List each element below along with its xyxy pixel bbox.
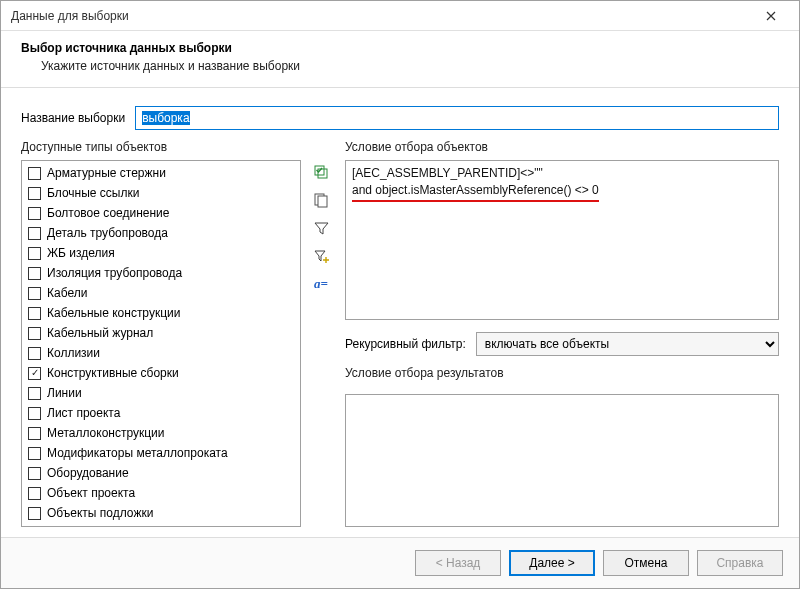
copy-icon (314, 193, 329, 208)
list-item-label: Блочные ссылки (47, 186, 139, 200)
list-item[interactable]: Кабельный журнал (24, 323, 298, 343)
types-listbox[interactable]: Арматурные стержниБлочные ссылкиБолтовое… (21, 160, 301, 527)
checkbox-icon[interactable] (28, 227, 41, 240)
main-grid: Доступные типы объектов Арматурные стерж… (21, 140, 779, 527)
help-button[interactable]: Справка (697, 550, 783, 576)
checkbox-icon[interactable] (28, 407, 41, 420)
list-item[interactable]: ЖБ изделия (24, 243, 298, 263)
wizard-body: Название выборки Доступные типы объектов… (1, 88, 799, 537)
list-item[interactable]: Блочные ссылки (24, 183, 298, 203)
types-label: Доступные типы объектов (21, 140, 301, 154)
types-column: Доступные типы объектов Арматурные стерж… (21, 140, 301, 527)
checkbox-icon[interactable] (28, 427, 41, 440)
checkbox-icon[interactable] (28, 167, 41, 180)
filter-icon (314, 221, 329, 236)
list-item-label: Оборудование (47, 466, 129, 480)
checkbox-icon[interactable] (28, 187, 41, 200)
window-title: Данные для выборки (11, 9, 751, 23)
list-item-label: Кабельный журнал (47, 326, 153, 340)
list-item-label: Кабели (47, 286, 87, 300)
checkbox-icon[interactable] (28, 387, 41, 400)
name-input[interactable] (135, 106, 779, 130)
list-item[interactable]: Линии (24, 383, 298, 403)
condition-textarea[interactable]: [AEC_ASSEMBLY_PARENTID]<>"" and object.i… (345, 160, 779, 320)
check-all-icon (314, 165, 329, 180)
list-item-label: Коллизии (47, 346, 100, 360)
list-item[interactable]: Болтовое соединение (24, 203, 298, 223)
list-item-label: Лист проекта (47, 406, 120, 420)
checkbox-icon[interactable] (28, 507, 41, 520)
checkbox-icon[interactable] (28, 247, 41, 260)
list-item-label: Конструктивные сборки (47, 366, 179, 380)
formula-button[interactable]: a= (311, 274, 331, 294)
condition-line-1: [AEC_ASSEMBLY_PARENTID]<>"" (352, 165, 772, 182)
result-condition-label: Условие отбора результатов (345, 366, 779, 380)
wizard-header: Выбор источника данных выборки Укажите и… (1, 31, 799, 88)
types-list[interactable]: Арматурные стержниБлочные ссылкиБолтовое… (22, 161, 300, 526)
filter-plus-button[interactable] (311, 246, 331, 266)
list-item-label: ЖБ изделия (47, 246, 115, 260)
checkbox-icon[interactable] (28, 347, 41, 360)
checkbox-icon[interactable] (28, 307, 41, 320)
list-item[interactable]: Конструктивные сборки (24, 363, 298, 383)
next-button[interactable]: Далее > (509, 550, 595, 576)
titlebar: Данные для выборки (1, 1, 799, 31)
checkbox-icon[interactable] (28, 367, 41, 380)
list-item-label: Болтовое соединение (47, 206, 169, 220)
list-item[interactable]: Модификаторы металлопроката (24, 443, 298, 463)
checkbox-icon[interactable] (28, 287, 41, 300)
checkbox-icon[interactable] (28, 447, 41, 460)
filter-button[interactable] (311, 218, 331, 238)
list-item-label: Модификаторы металлопроката (47, 446, 228, 460)
condition-column: Условие отбора объектов [AEC_ASSEMBLY_PA… (345, 140, 779, 527)
name-row: Название выборки (21, 106, 779, 130)
wizard-footer: < Назад Далее > Отмена Справка (1, 537, 799, 588)
list-item-label: Металлоконструкции (47, 426, 165, 440)
recursive-filter-select[interactable]: включать все объекты (476, 332, 779, 356)
wizard-subtitle: Укажите источник данных и название выбор… (21, 59, 779, 73)
check-all-button[interactable] (311, 162, 331, 182)
list-item-label: Объекты подложки (47, 506, 153, 520)
condition-label: Условие отбора объектов (345, 140, 779, 154)
tool-column: a= (311, 140, 335, 527)
condition-line-2: and object.isMasterAssemblyReference() <… (352, 182, 599, 202)
filter-plus-icon (314, 249, 329, 264)
svg-rect-3 (318, 196, 327, 207)
list-item[interactable]: Металлоконструкции (24, 423, 298, 443)
list-item[interactable]: Коллизии (24, 343, 298, 363)
dialog-window: Данные для выборки Выбор источника данны… (0, 0, 800, 589)
list-item[interactable]: Лист проекта (24, 403, 298, 423)
list-item[interactable]: Оборудование (24, 463, 298, 483)
list-item-label: Арматурные стержни (47, 166, 166, 180)
result-condition-textarea[interactable] (345, 394, 779, 527)
list-item[interactable]: Кабельные конструкции (24, 303, 298, 323)
checkbox-icon[interactable] (28, 267, 41, 280)
recursive-filter-row: Рекурсивный фильтр: включать все объекты (345, 332, 779, 356)
list-item[interactable]: Арматурные стержни (24, 163, 298, 183)
back-button[interactable]: < Назад (415, 550, 501, 576)
name-label: Название выборки (21, 111, 125, 125)
cancel-button[interactable]: Отмена (603, 550, 689, 576)
list-item-label: Линии (47, 386, 82, 400)
list-item[interactable]: Объекты подложки (24, 503, 298, 523)
checkbox-icon[interactable] (28, 487, 41, 500)
close-button[interactable] (751, 2, 791, 30)
list-item[interactable]: Изоляция трубопровода (24, 263, 298, 283)
close-icon (766, 11, 776, 21)
checkbox-icon[interactable] (28, 467, 41, 480)
list-item[interactable]: Кабели (24, 283, 298, 303)
list-item-label: Кабельные конструкции (47, 306, 180, 320)
checkbox-icon[interactable] (28, 327, 41, 340)
wizard-title: Выбор источника данных выборки (21, 41, 779, 55)
list-item[interactable]: Объект проекта (24, 483, 298, 503)
formula-icon: a= (314, 276, 328, 292)
list-item-label: Деталь трубопровода (47, 226, 168, 240)
copy-button[interactable] (311, 190, 331, 210)
checkbox-icon[interactable] (28, 207, 41, 220)
list-item[interactable]: Деталь трубопровода (24, 223, 298, 243)
list-item-label: Изоляция трубопровода (47, 266, 182, 280)
recursive-filter-label: Рекурсивный фильтр: (345, 337, 466, 351)
list-item-label: Объект проекта (47, 486, 135, 500)
